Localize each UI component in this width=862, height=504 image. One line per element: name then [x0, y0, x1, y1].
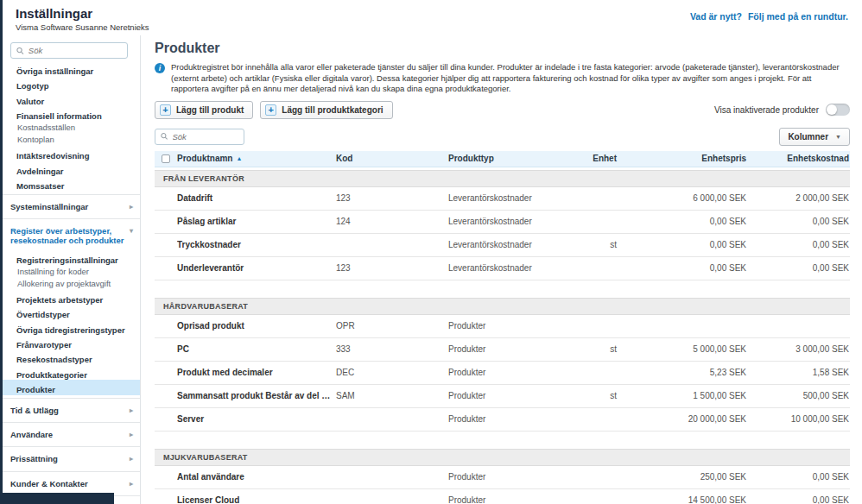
sidebar-item-kunder-kontakter[interactable]: Kunder & Kontakter▸	[3, 475, 140, 493]
chevron-right-icon: ▸	[130, 203, 133, 211]
whats-new-link[interactable]: Vad är nytt?	[690, 11, 742, 22]
sidebar-item-label: Momssatser	[16, 181, 64, 191]
sidebar-item-övriga-tidregistreringstyper[interactable]: Övriga tidregistreringstyper	[3, 320, 140, 335]
table-search[interactable]	[155, 129, 244, 145]
add-category-button[interactable]: + Lägg till produktkategori	[260, 101, 392, 119]
sidebar-item-inställning-för-koder[interactable]: Inställning för koder	[3, 265, 140, 277]
sidebar-item-label: Systeminställningar	[10, 202, 88, 211]
sidebar-divider	[3, 446, 140, 447]
sidebar-item-produktkategorier[interactable]: Produktkategorier	[3, 365, 140, 380]
cell-kostnad: 500,00 SEK	[747, 391, 850, 400]
sidebar-item-momssatser[interactable]: Momssatser	[3, 176, 140, 191]
sidebar-item-frånvarotyper[interactable]: Frånvarotyper	[3, 335, 140, 350]
group-header-från-leverantör: FRÅN LEVERANTÖR	[155, 170, 850, 187]
cell-name: Oprisad produkt	[177, 321, 336, 331]
sidebar-item-prissättning[interactable]: Prissättning▸	[3, 450, 140, 468]
app-header: Inställningar Visma Software Susanne Ner…	[3, 0, 862, 35]
chevron-down-icon: ▼	[835, 134, 841, 140]
cell-pris: 5,23 SEK	[618, 368, 747, 377]
sidebar-search-input[interactable]	[29, 46, 122, 55]
info-banner: i Produktregistret bör innehålla alla va…	[155, 62, 850, 95]
sidebar-item-registreringsinställningar[interactable]: Registreringsinställningar	[3, 250, 140, 265]
main-content: Produkter i Produktregistret bör innehål…	[141, 35, 862, 504]
table-row-antal-användare[interactable]: Antal användareProdukter250,00 SEK0,00 S…	[155, 466, 850, 489]
sidebar-item-övertidstyper[interactable]: Övertidstyper	[3, 305, 140, 319]
sidebar-item-label: Kontoplan	[17, 135, 54, 144]
add-category-label: Lägg till produktkategori	[282, 105, 383, 115]
group-header-mjukvarubaserat: MJUKVARUBASERAT	[155, 449, 850, 466]
sidebar-divider	[3, 218, 140, 219]
cell-name: Antal användare	[177, 472, 336, 482]
table-row-påslag-artiklar[interactable]: Påslag artiklar124Leverantörskostnader0,…	[155, 211, 850, 234]
table-row-datadrift[interactable]: Datadrift123Leverantörskostnader6 000,00…	[155, 187, 850, 211]
sidebar-divider	[3, 422, 140, 423]
cell-kod: DEC	[336, 368, 448, 377]
sidebar-divider	[3, 398, 140, 399]
cell-typ: Produkter	[448, 472, 566, 482]
header-enhetskostnad[interactable]: Enhetskostnad	[747, 154, 850, 163]
select-all-checkbox[interactable]	[162, 154, 170, 163]
sidebar-item-label: Tid & Utlägg	[10, 406, 59, 415]
table-search-input[interactable]	[173, 132, 239, 142]
cell-pris: 1 500,00 SEK	[618, 391, 747, 400]
header-titles: Inställningar Visma Software Susanne Ner…	[16, 6, 149, 32]
sidebar-item-finansiell-information[interactable]: Finansiell information	[3, 106, 140, 121]
header-kod[interactable]: Kod	[336, 154, 448, 163]
sidebar-item-systeminställningar[interactable]: Systeminställningar▸	[3, 198, 140, 216]
tour-link[interactable]: Följ med på en rundtur.	[748, 11, 848, 22]
sidebar-item-övriga-inställningar[interactable]: Övriga inställningar	[3, 61, 140, 76]
sidebar-item-logotyp[interactable]: Logotyp	[3, 76, 140, 91]
cell-typ: Produkter	[448, 344, 566, 354]
show-inactive-toggle-group: Visa inaktiverade produkter	[714, 104, 850, 116]
sidebar-item-projektets-arbetstyper[interactable]: Projektets arbetstyper	[3, 290, 140, 305]
settings-sidebar: Övriga inställningarLogotypValutorFinans…	[3, 35, 141, 504]
sidebar-item-label: Avdelningar	[16, 167, 64, 176]
table-row-server[interactable]: ServerProdukter20 000,00 SEK10 000,00 SE…	[155, 408, 850, 432]
sidebar-item-register-över-arbetstyper-resekostnader-och-produkter[interactable]: Register över arbetstyper, resekostnader…	[3, 222, 140, 250]
cell-typ: Produkter	[448, 368, 566, 377]
sidebar-item-label: Övertidstyper	[16, 310, 70, 319]
table-row-sammansatt-produkt-består-av-del-1-och-del-2[interactable]: Sammansatt produkt Består av del 1 och d…	[155, 385, 850, 408]
cell-pris: 6 000,00 SEK	[618, 193, 747, 203]
header-enhet[interactable]: Enhet	[566, 154, 618, 163]
header-produktnamn[interactable]: Produktnamn▲	[177, 154, 336, 163]
sidebar-item-resekostnadstyper[interactable]: Resekostnadstyper	[3, 350, 140, 364]
sidebar-item-användare[interactable]: Användare▸	[3, 425, 140, 444]
sidebar-item-label: Användare	[10, 430, 53, 439]
sidebar-item-valutor[interactable]: Valutor	[3, 91, 140, 106]
chevron-down-icon: ▾	[130, 227, 133, 236]
cell-pris: 20 000,00 SEK	[618, 414, 747, 424]
table-row-produkt-med-decimaler[interactable]: Produkt med decimalerDECProdukter5,23 SE…	[155, 362, 850, 385]
cell-typ: Produkter	[448, 391, 566, 400]
page-title: Produkter	[155, 41, 850, 56]
cell-pris: 0,00 SEK	[618, 240, 747, 249]
sidebar-item-intäktsredovisning[interactable]: Intäktsredovisning	[3, 146, 140, 161]
cell-name: Datadrift	[177, 193, 336, 203]
sidebar-item-kostnadsställen[interactable]: Kostnadsställen	[3, 122, 140, 134]
plus-icon: +	[160, 104, 171, 116]
table-row-underleverantör[interactable]: Underleverantör123Leverantörskostnader0,…	[155, 257, 850, 280]
sidebar-item-allokering-av-projektavgift[interactable]: Allokering av projektavgift	[3, 277, 140, 289]
sidebar-item-kontoplan[interactable]: Kontoplan	[3, 134, 140, 146]
sidebar-item-avdelningar[interactable]: Avdelningar	[3, 161, 140, 176]
sidebar-item-produkter[interactable]: Produkter	[3, 380, 140, 394]
plus-icon: +	[265, 104, 276, 116]
app-subtitle: Visma Software Susanne Neretnieks	[16, 22, 149, 32]
sidebar-item-label: Allokering av projektavgift	[17, 279, 111, 288]
add-product-button[interactable]: + Lägg till produkt	[155, 101, 253, 119]
columns-button[interactable]: Kolumner ▼	[779, 128, 850, 146]
cell-enhet: st	[566, 240, 618, 249]
sidebar-item-tid-utlägg[interactable]: Tid & Utlägg▸	[3, 401, 140, 419]
table-row-tryckkostnader[interactable]: TryckkostnaderLeverantörskostnaderst0,00…	[155, 234, 850, 257]
table-row-pc[interactable]: PC333Produkterst5 000,00 SEK3 000,00 SEK	[155, 338, 850, 362]
cell-typ: Leverantörskostnader	[448, 240, 566, 249]
show-inactive-toggle[interactable]	[826, 104, 850, 116]
header-produkttyp[interactable]: Produkttyp	[448, 154, 566, 163]
table-body: FRÅN LEVERANTÖRDatadrift123Leverantörsko…	[155, 170, 850, 504]
sidebar-search[interactable]	[10, 42, 128, 59]
table-row-licenser-cloud[interactable]: Licenser CloudProdukter14 500,00 SEK0,00…	[155, 489, 850, 504]
table-row-oprisad-produkt[interactable]: Oprisad produktOPRProdukter	[155, 315, 850, 338]
header-enhetspris[interactable]: Enhetspris	[618, 154, 747, 163]
sidebar-item-label: Resekostnadstyper	[16, 355, 92, 364]
sidebar-item-label: Kunder & Kontakter	[10, 479, 88, 488]
